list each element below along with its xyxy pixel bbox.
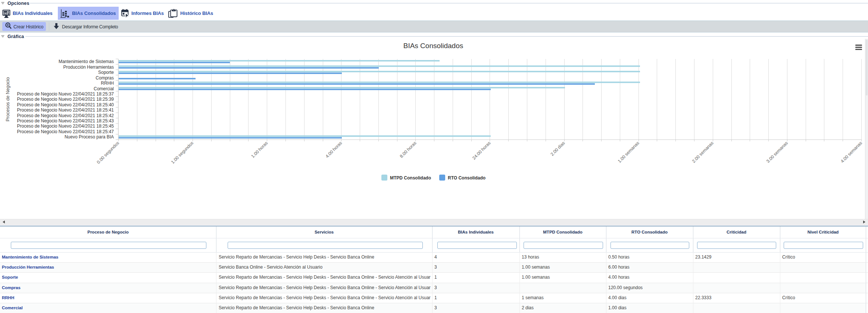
svg-text:RTO Consolidado: RTO Consolidado xyxy=(448,175,485,181)
svg-text:Proceso de Negocio Nuevo 22/04: Proceso de Negocio Nuevo 22/04/2021 18:2… xyxy=(17,123,114,129)
svg-text:0.00 segundos: 0.00 segundos xyxy=(96,140,121,165)
svg-text:Proceso de Negocio Nuevo 22/04: Proceso de Negocio Nuevo 22/04/2021 18:2… xyxy=(17,91,114,97)
svg-text:2.00 semanas: 2.00 semanas xyxy=(691,140,715,164)
svg-text:Proceso de Negocio Nuevo 22/04: Proceso de Negocio Nuevo 22/04/2021 18:2… xyxy=(17,113,114,118)
svg-text:Producción Herramientas: Producción Herramientas xyxy=(63,65,114,70)
svg-text:Procesos de Negocio: Procesos de Negocio xyxy=(5,77,10,122)
svg-text:RRHH: RRHH xyxy=(101,81,114,86)
svg-text:BIAs Consolidados: BIAs Consolidados xyxy=(403,42,463,50)
svg-text:Proceso de Negocio Nuevo 22/04: Proceso de Negocio Nuevo 22/04/2021 18:2… xyxy=(17,129,114,134)
svg-text:Soporte: Soporte xyxy=(98,70,114,75)
svg-text:Proceso de Negocio Nuevo 22/04: Proceso de Negocio Nuevo 22/04/2021 18:2… xyxy=(17,102,114,107)
svg-text:1.00 semanas: 1.00 semanas xyxy=(617,140,640,164)
svg-text:3.00 semanas: 3.00 semanas xyxy=(765,140,789,164)
svg-text:2.00 dias: 2.00 dias xyxy=(549,140,566,157)
svg-text:Mantenimiento de Sistemas: Mantenimiento de Sistemas xyxy=(59,59,114,64)
svg-text:Proceso de Negocio Nuevo 22/04: Proceso de Negocio Nuevo 22/04/2021 18:2… xyxy=(17,97,114,102)
svg-text:4.00 semanas: 4.00 semanas xyxy=(840,140,863,164)
svg-text:Comercial: Comercial xyxy=(94,86,114,91)
svg-text:4.00 horas: 4.00 horas xyxy=(324,140,343,159)
svg-text:1.00 segundos: 1.00 segundos xyxy=(170,140,195,165)
svg-text:1.00 horas: 1.00 horas xyxy=(250,140,269,159)
svg-text:Compras: Compras xyxy=(96,75,114,81)
svg-text:8.00 horas: 8.00 horas xyxy=(399,140,418,159)
svg-text:24.00 horas: 24.00 horas xyxy=(471,140,492,161)
svg-text:MTPD Consolidado: MTPD Consolidado xyxy=(390,175,431,181)
svg-text:Nuevo Proceso para BIA: Nuevo Proceso para BIA xyxy=(65,134,114,140)
svg-text:Proceso de Negocio Nuevo 22/04: Proceso de Negocio Nuevo 22/04/2021 18:2… xyxy=(17,118,114,123)
svg-text:Proceso de Negocio Nuevo 22/04: Proceso de Negocio Nuevo 22/04/2021 18:2… xyxy=(17,107,114,113)
